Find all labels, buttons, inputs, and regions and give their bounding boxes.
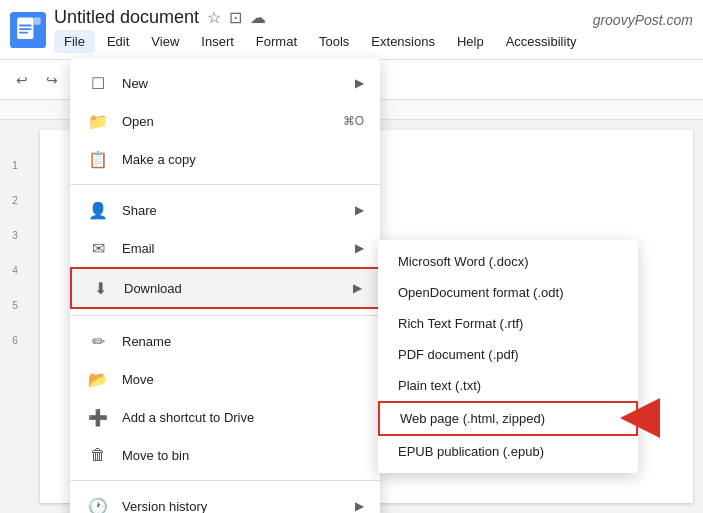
- menu-extensions[interactable]: Extensions: [361, 30, 445, 53]
- shortcut-icon: ➕: [86, 405, 110, 429]
- download-pdf[interactable]: PDF document (.pdf): [378, 339, 638, 370]
- download-txt[interactable]: Plain text (.txt): [378, 370, 638, 401]
- rename-icon: ✏: [86, 329, 110, 353]
- menu-edit[interactable]: Edit: [97, 30, 139, 53]
- bin-icon: 🗑: [86, 443, 110, 467]
- copy-icon: 📋: [86, 147, 110, 171]
- groovy-logo: groovyPost.com: [593, 12, 693, 28]
- menu-item-new[interactable]: ☐ New ▶: [70, 64, 380, 102]
- download-epub[interactable]: EPUB publication (.epub): [378, 436, 638, 467]
- download-rtf[interactable]: Rich Text Format (.rtf): [378, 308, 638, 339]
- menu-item-move-label: Move: [122, 372, 364, 387]
- menu-insert[interactable]: Insert: [191, 30, 244, 53]
- menu-item-add-shortcut-label: Add a shortcut to Drive: [122, 410, 364, 425]
- download-html[interactable]: Web page (.html, zipped): [378, 401, 638, 436]
- redo-button[interactable]: ↪: [40, 68, 64, 92]
- menu-item-make-copy-label: Make a copy: [122, 152, 364, 167]
- red-arrow-indicator: [620, 398, 660, 438]
- svg-rect-3: [19, 28, 32, 30]
- menu-item-rename-label: Rename: [122, 334, 364, 349]
- arrow-shape: [620, 398, 660, 438]
- svg-rect-4: [19, 31, 28, 33]
- download-icon: ⬇: [88, 276, 112, 300]
- email-icon: ✉: [86, 236, 110, 260]
- menu-view[interactable]: View: [141, 30, 189, 53]
- share-icon: 👤: [86, 198, 110, 222]
- menu-item-new-label: New: [122, 76, 355, 91]
- version-history-icon: 🕐: [86, 494, 110, 513]
- divider-3: [70, 480, 380, 481]
- menu-item-download[interactable]: ⬇ Download ▶: [70, 267, 380, 309]
- sidebar-line-numbers: 1 2 3 4 5 6: [0, 120, 30, 513]
- star-icon[interactable]: ☆: [207, 8, 221, 27]
- menu-item-version-history[interactable]: 🕐 Version history ▶: [70, 487, 380, 513]
- menu-format[interactable]: Format: [246, 30, 307, 53]
- doc-title[interactable]: Untitled document: [54, 7, 199, 28]
- menu-item-make-copy[interactable]: 📋 Make a copy: [70, 140, 380, 178]
- menu-item-version-history-label: Version history: [122, 499, 355, 514]
- menu-bar: File Edit View Insert Format Tools Exten…: [54, 30, 693, 53]
- undo-button[interactable]: ↩: [10, 68, 34, 92]
- menu-item-rename[interactable]: ✏ Rename: [70, 322, 380, 360]
- download-docx[interactable]: Microsoft Word (.docx): [378, 246, 638, 277]
- cloud-sync-icon[interactable]: ☁: [250, 8, 266, 27]
- menu-item-email[interactable]: ✉ Email ▶: [70, 229, 380, 267]
- top-bar: Untitled document ☆ ⊡ ☁ File Edit View I…: [0, 0, 703, 60]
- divider-1: [70, 184, 380, 185]
- cloud-move-icon[interactable]: ⊡: [229, 8, 242, 27]
- svg-rect-5: [33, 17, 40, 24]
- menu-item-move-to-bin[interactable]: 🗑 Move to bin: [70, 436, 380, 474]
- menu-accessibility[interactable]: Accessibility: [496, 30, 587, 53]
- move-icon: 📂: [86, 367, 110, 391]
- menu-file[interactable]: File: [54, 30, 95, 53]
- version-history-arrow-icon: ▶: [355, 499, 364, 513]
- download-arrow-icon: ▶: [353, 281, 362, 295]
- menu-item-email-label: Email: [122, 241, 355, 256]
- docs-icon: [10, 12, 46, 48]
- menu-item-move[interactable]: 📂 Move: [70, 360, 380, 398]
- menu-help[interactable]: Help: [447, 30, 494, 53]
- menu-item-add-shortcut[interactable]: ➕ Add a shortcut to Drive: [70, 398, 380, 436]
- divider-2: [70, 315, 380, 316]
- menu-item-move-to-bin-label: Move to bin: [122, 448, 364, 463]
- new-arrow-icon: ▶: [355, 76, 364, 90]
- svg-rect-2: [19, 24, 32, 26]
- open-icon: 📁: [86, 109, 110, 133]
- menu-item-open-label: Open: [122, 114, 343, 129]
- download-submenu: Microsoft Word (.docx) OpenDocument form…: [378, 240, 638, 473]
- open-shortcut: ⌘O: [343, 114, 364, 128]
- menu-item-open[interactable]: 📁 Open ⌘O: [70, 102, 380, 140]
- menu-item-share[interactable]: 👤 Share ▶: [70, 191, 380, 229]
- new-icon: ☐: [86, 71, 110, 95]
- menu-item-share-label: Share: [122, 203, 355, 218]
- menu-tools[interactable]: Tools: [309, 30, 359, 53]
- share-arrow-icon: ▶: [355, 203, 364, 217]
- file-menu-dropdown: ☐ New ▶ 📁 Open ⌘O 📋 Make a copy 👤 Share …: [70, 58, 380, 513]
- email-arrow-icon: ▶: [355, 241, 364, 255]
- menu-item-download-label: Download: [124, 281, 353, 296]
- download-odt[interactable]: OpenDocument format (.odt): [378, 277, 638, 308]
